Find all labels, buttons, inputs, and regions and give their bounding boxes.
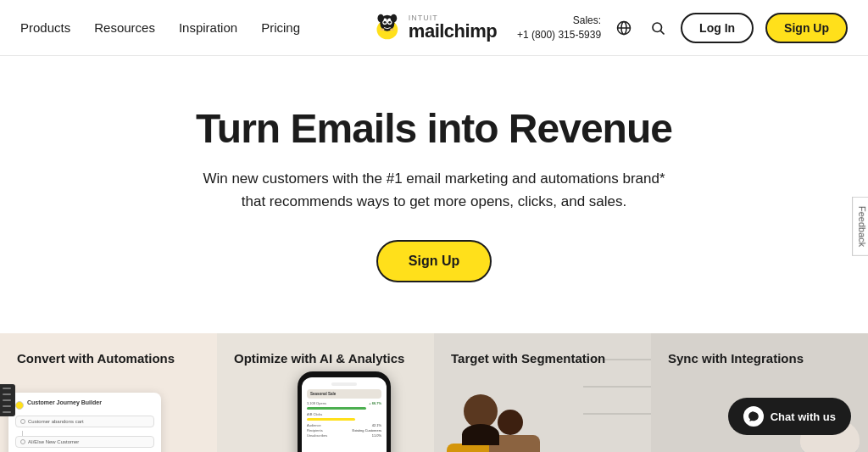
phone-mockup: Seasonal Sale 3,108 Opens + 66.7% A/B Cl… <box>298 371 391 452</box>
sidebar-icons <box>0 384 15 416</box>
phone-audience: Audience <box>307 423 321 427</box>
nav-right: Sales: +1 (800) 315-5939 Log In Sign Up <box>517 13 848 43</box>
search-icon-button[interactable] <box>647 17 669 39</box>
feature-ai-title: Optimize with AI & Analytics <box>234 350 417 367</box>
nav-pricing[interactable]: Pricing <box>261 20 300 35</box>
search-icon <box>650 20 665 36</box>
globe-icon <box>616 20 632 36</box>
person-image <box>447 394 515 452</box>
hero-section: Turn Emails into Revenue Win new custome… <box>0 56 868 333</box>
phone-opens-delta: + 66.7% <box>369 401 381 405</box>
svg-point-14 <box>653 23 662 32</box>
phone-campaign-title: Seasonal Sale <box>310 392 378 396</box>
phone-clicks: A/B Clicks <box>307 412 381 416</box>
phone-unsubscribes-val: 11.0% <box>372 433 381 438</box>
feature-segmentation-title: Target with Segmentation <box>451 350 634 367</box>
svg-point-5 <box>388 20 391 23</box>
phone-recipients: Recipients <box>307 428 323 432</box>
svg-point-4 <box>384 20 387 23</box>
hero-subtext: Win new customers with the #1 email mark… <box>197 167 671 213</box>
feature-automations[interactable]: Convert with Automations Customer Journe… <box>0 333 217 452</box>
feature-integrations-title: Sync with Integrations <box>668 350 851 367</box>
nav-left: Products Resources Inspiration Pricing <box>20 20 300 35</box>
journey-ui-mock: Customer Journey Builder Customer abando… <box>8 393 161 452</box>
background-shelves <box>583 359 651 452</box>
chat-label: Chat with us <box>771 410 836 423</box>
journey-step-2: AI/Else New Customer <box>15 436 154 448</box>
svg-point-8 <box>390 28 394 31</box>
navbar: Products Resources Inspiration Pricing <box>0 0 868 56</box>
logo-area[interactable]: INTUIT mailchimp <box>371 12 497 44</box>
nav-resources[interactable]: Resources <box>94 20 155 35</box>
sales-info: Sales: +1 (800) 315-5939 <box>517 14 601 42</box>
phone-bar-1 <box>307 407 366 410</box>
phone-bar-2 <box>307 418 355 421</box>
chat-bubble-icon <box>748 410 760 422</box>
signup-nav-button[interactable]: Sign Up <box>765 13 848 43</box>
feature-automations-title: Convert with Automations <box>17 350 200 367</box>
phone-opens: 3,108 Opens <box>307 401 326 405</box>
svg-point-10 <box>391 14 398 22</box>
svg-point-9 <box>377 14 384 22</box>
chat-icon <box>743 406 764 427</box>
feature-ai[interactable]: Optimize with AI & Analytics Seasonal Sa… <box>217 333 434 452</box>
chat-button[interactable]: Chat with us <box>728 398 851 435</box>
globe-icon-button[interactable] <box>613 17 635 39</box>
journey-step-1: Customer abandons cart <box>15 416 154 427</box>
feature-segmentation[interactable]: Target with Segmentation <box>434 333 651 452</box>
journey-title: Customer Journey Builder <box>27 399 102 405</box>
phone-recipients-label: Existing Customers <box>353 428 381 432</box>
sales-phone: +1 (800) 315-5939 <box>517 28 601 42</box>
nav-inspiration[interactable]: Inspiration <box>179 20 237 35</box>
phone-audience-pct: 42.1% <box>372 423 381 427</box>
nav-products[interactable]: Products <box>20 20 70 35</box>
hero-signup-button[interactable]: Sign Up <box>376 240 492 282</box>
feedback-tab[interactable]: Feedback <box>852 196 868 255</box>
features-section: Convert with Automations Customer Journe… <box>0 333 868 452</box>
sales-label: Sales: <box>573 14 601 28</box>
svg-point-7 <box>381 28 385 31</box>
freddie-logo <box>371 12 403 44</box>
phone-unsubscribes: Unsubscribes <box>307 433 327 438</box>
svg-line-15 <box>660 31 664 34</box>
hero-heading: Turn Emails into Revenue <box>17 107 851 152</box>
login-button[interactable]: Log In <box>681 13 754 43</box>
